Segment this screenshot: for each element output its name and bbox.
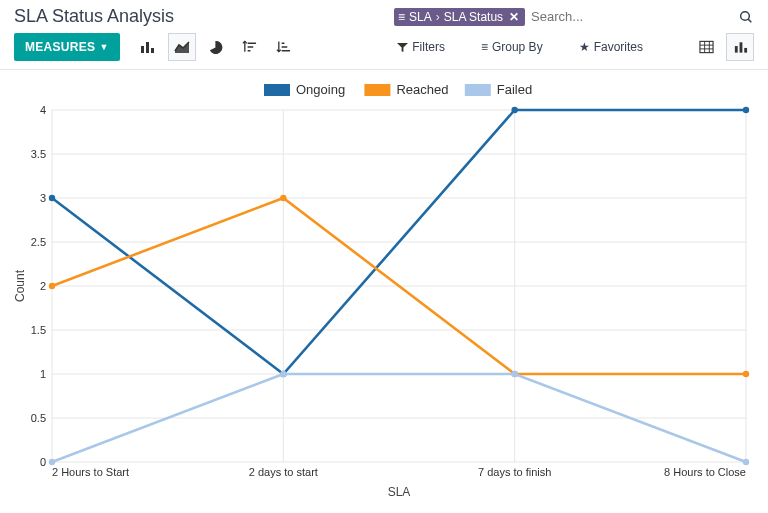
legend-label[interactable]: Ongoing [296, 82, 345, 97]
chart-area: OngoingReachedFailed00.511.522.533.542 H… [0, 70, 768, 508]
measures-label: MEASURES [25, 40, 95, 54]
chart-type-group [134, 33, 298, 61]
svg-rect-15 [699, 41, 712, 52]
sort-asc-icon [276, 40, 291, 54]
svg-rect-3 [146, 42, 149, 53]
svg-rect-4 [151, 48, 154, 53]
data-point[interactable] [511, 107, 517, 113]
y-tick-label: 1.5 [31, 324, 46, 336]
chevron-down-icon: ▼ [99, 42, 108, 52]
pie-chart-icon [208, 40, 223, 55]
list-icon: ≡ [481, 40, 488, 54]
star-icon: ★ [579, 40, 590, 54]
legend-swatch[interactable] [264, 84, 290, 96]
y-tick-label: 3.5 [31, 148, 46, 160]
x-axis-label: SLA [388, 485, 411, 499]
x-tick-label: 8 Hours to Close [664, 466, 746, 478]
svg-line-1 [748, 19, 751, 22]
groupby-label: Group By [492, 40, 543, 54]
legend-label[interactable]: Failed [497, 82, 532, 97]
bar-chart-icon [733, 40, 748, 54]
x-tick-label: 7 days to finish [478, 466, 551, 478]
y-axis-label: Count [13, 269, 27, 302]
remove-tag-button[interactable]: ✕ [507, 10, 521, 24]
list-icon: ≡ [398, 10, 405, 24]
line-chart: OngoingReachedFailed00.511.522.533.542 H… [12, 80, 756, 500]
table-icon [699, 40, 714, 54]
data-point[interactable] [743, 107, 749, 113]
search-area: ≡ SLA › SLA Status ✕ [394, 8, 754, 26]
favorites-button[interactable]: ★ Favorites [570, 34, 652, 60]
chevron-right-icon: › [436, 10, 440, 24]
filter-group: Filters ≡ Group By ★ Favorites [388, 34, 652, 60]
graph-view-button[interactable] [726, 33, 754, 61]
bar-chart-button[interactable] [134, 33, 162, 61]
x-tick-label: 2 Hours to Start [52, 466, 129, 478]
y-tick-label: 0.5 [31, 412, 46, 424]
bar-chart-icon [140, 40, 156, 54]
data-point[interactable] [280, 195, 286, 201]
filters-label: Filters [412, 40, 445, 54]
svg-rect-22 [744, 48, 747, 53]
search-tag-value: SLA Status [444, 10, 503, 24]
legend-label[interactable]: Reached [396, 82, 448, 97]
data-point[interactable] [743, 459, 749, 465]
data-point[interactable] [280, 371, 286, 377]
data-point[interactable] [49, 283, 55, 289]
y-tick-label: 3 [40, 192, 46, 204]
line-chart-button[interactable] [168, 33, 196, 61]
y-tick-label: 2.5 [31, 236, 46, 248]
x-tick-label: 2 days to start [249, 466, 318, 478]
groupby-button[interactable]: ≡ Group By [472, 34, 552, 60]
pie-chart-button[interactable] [202, 33, 230, 61]
search-icon[interactable] [738, 9, 754, 25]
data-point[interactable] [49, 195, 55, 201]
svg-rect-21 [739, 42, 742, 52]
sort-desc-button[interactable] [236, 33, 264, 61]
measures-button[interactable]: MEASURES ▼ [14, 33, 120, 61]
sort-asc-button[interactable] [270, 33, 298, 61]
line-chart-icon [174, 40, 190, 54]
filter-icon [397, 42, 408, 53]
y-tick-label: 0 [40, 456, 46, 468]
search-filter-tag[interactable]: ≡ SLA › SLA Status ✕ [394, 8, 525, 26]
page-title: SLA Status Analysis [14, 6, 174, 27]
search-tag-prefix: SLA [409, 10, 432, 24]
favorites-label: Favorites [594, 40, 643, 54]
sort-desc-icon [242, 40, 257, 54]
y-tick-label: 2 [40, 280, 46, 292]
pivot-view-button[interactable] [692, 33, 720, 61]
svg-marker-14 [397, 42, 408, 51]
data-point[interactable] [49, 459, 55, 465]
svg-rect-20 [734, 46, 737, 53]
svg-rect-2 [141, 46, 144, 53]
legend-swatch[interactable] [364, 84, 390, 96]
data-point[interactable] [743, 371, 749, 377]
search-input[interactable] [531, 9, 732, 24]
svg-point-0 [741, 11, 750, 20]
data-point[interactable] [511, 371, 517, 377]
filters-button[interactable]: Filters [388, 34, 454, 60]
y-tick-label: 4 [40, 104, 46, 116]
view-switch-group [692, 33, 754, 61]
y-tick-label: 1 [40, 368, 46, 380]
legend-swatch[interactable] [465, 84, 491, 96]
